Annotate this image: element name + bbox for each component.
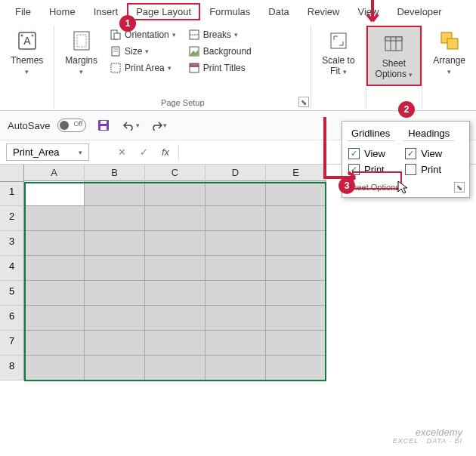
- svg-rect-16: [190, 63, 199, 66]
- print-titles-button[interactable]: Print Titles: [185, 60, 255, 75]
- cell[interactable]: [206, 356, 266, 381]
- sheet-options-launcher[interactable]: ⬊: [454, 182, 465, 193]
- cell[interactable]: [206, 206, 266, 231]
- group-scale-to-fit: Scale toFit ▾: [311, 26, 366, 109]
- cell[interactable]: [266, 256, 326, 281]
- tab-data[interactable]: Data: [259, 3, 298, 20]
- cell[interactable]: [206, 331, 266, 356]
- headings-print-checkbox[interactable]: Print: [403, 162, 454, 177]
- cell[interactable]: [85, 181, 145, 206]
- margins-button[interactable]: Margins▾: [59, 26, 104, 96]
- size-button[interactable]: Size ▾: [107, 44, 179, 59]
- tab-file[interactable]: File: [6, 3, 40, 20]
- select-all-corner[interactable]: [0, 165, 24, 182]
- arrange-button[interactable]: Arrange▾: [427, 26, 471, 105]
- print-area-icon: [110, 62, 122, 74]
- row-header[interactable]: 7: [0, 331, 24, 356]
- cell[interactable]: [85, 231, 145, 256]
- row-header[interactable]: 1: [0, 181, 24, 206]
- breaks-button[interactable]: Breaks ▾: [185, 27, 255, 42]
- cell[interactable]: [266, 206, 326, 231]
- cell[interactable]: [266, 356, 326, 381]
- cell[interactable]: [85, 281, 145, 306]
- background-button[interactable]: Background: [185, 44, 255, 59]
- cell[interactable]: [206, 306, 266, 331]
- cell[interactable]: [266, 331, 326, 356]
- cell[interactable]: [266, 281, 326, 306]
- cell[interactable]: [24, 281, 85, 306]
- tab-review[interactable]: Review: [298, 3, 349, 20]
- headings-view-checkbox[interactable]: View: [403, 146, 454, 162]
- formula-enter-button[interactable]: ✓: [135, 145, 153, 159]
- cell[interactable]: [206, 231, 266, 256]
- cell[interactable]: [85, 356, 145, 381]
- row-header[interactable]: 5: [0, 281, 24, 306]
- col-header[interactable]: D: [206, 165, 266, 181]
- row-header[interactable]: 2: [0, 206, 24, 231]
- gridlines-view-checkbox[interactable]: View: [347, 146, 394, 162]
- cell[interactable]: [85, 306, 145, 331]
- cell[interactable]: [24, 306, 85, 331]
- themes-button[interactable]: A Themes▾: [5, 26, 49, 105]
- arrange-icon: [437, 29, 462, 53]
- grid-row: 2: [0, 206, 476, 231]
- grid-row: 8: [0, 356, 476, 381]
- sheet-options-button[interactable]: SheetOptions ▾: [369, 29, 419, 83]
- cell[interactable]: [145, 231, 206, 256]
- col-header[interactable]: B: [85, 165, 145, 181]
- ribbon-content: A Themes▾ Margins▾ Orientation ▾ Size ▾ …: [0, 22, 476, 111]
- scale-to-fit-button[interactable]: Scale toFit ▾: [316, 26, 360, 105]
- margins-icon: [70, 29, 94, 53]
- row-header[interactable]: 4: [0, 256, 24, 281]
- undo-button[interactable]: ▾: [121, 116, 141, 135]
- redo-button[interactable]: ▾: [148, 116, 168, 135]
- col-header[interactable]: E: [266, 165, 326, 181]
- save-button[interactable]: [94, 116, 113, 135]
- cell[interactable]: [206, 256, 266, 281]
- page-setup-launcher[interactable]: ⬊: [298, 97, 309, 107]
- cell[interactable]: [24, 256, 85, 281]
- tab-home[interactable]: Home: [40, 3, 85, 20]
- orientation-button[interactable]: Orientation ▾: [107, 27, 179, 42]
- tab-page-layout[interactable]: Page Layout: [127, 3, 200, 20]
- checkbox-icon: [405, 164, 416, 175]
- name-box[interactable]: Print_Area▾: [6, 143, 89, 161]
- row-header[interactable]: 6: [0, 306, 24, 331]
- cell[interactable]: [24, 231, 85, 256]
- fx-button[interactable]: fx: [157, 145, 174, 159]
- cell[interactable]: [145, 206, 206, 231]
- col-header[interactable]: A: [24, 165, 85, 181]
- cell[interactable]: [85, 256, 145, 281]
- tab-developer[interactable]: Developer: [388, 3, 450, 20]
- checkbox-icon: [348, 148, 360, 159]
- cell[interactable]: [145, 331, 206, 356]
- cell[interactable]: [24, 206, 85, 231]
- tab-view[interactable]: View: [348, 3, 388, 20]
- cell[interactable]: [145, 281, 206, 306]
- cell[interactable]: [206, 181, 266, 206]
- cell[interactable]: [85, 331, 145, 356]
- cell[interactable]: [266, 181, 326, 206]
- row-header[interactable]: 3: [0, 231, 24, 256]
- cell[interactable]: [24, 331, 85, 356]
- grid-row: 3: [0, 231, 476, 256]
- cell[interactable]: [145, 181, 206, 206]
- cell[interactable]: [266, 306, 326, 331]
- cell[interactable]: [85, 206, 145, 231]
- cell[interactable]: [24, 181, 85, 206]
- grid-row: 5: [0, 281, 476, 306]
- row-header[interactable]: 8: [0, 356, 24, 381]
- svg-rect-7: [114, 33, 120, 39]
- cell[interactable]: [266, 231, 326, 256]
- autosave-toggle[interactable]: Off: [57, 119, 86, 132]
- col-header[interactable]: C: [145, 165, 206, 181]
- cell[interactable]: [145, 306, 206, 331]
- cell[interactable]: [145, 256, 206, 281]
- tab-formulas[interactable]: Formulas: [200, 3, 259, 20]
- formula-cancel-button[interactable]: ✕: [113, 145, 131, 159]
- cell[interactable]: [145, 356, 206, 381]
- gridlines-print-checkbox[interactable]: Print: [347, 162, 394, 177]
- cell[interactable]: [206, 281, 266, 306]
- cell[interactable]: [24, 356, 85, 381]
- print-area-button[interactable]: Print Area ▾: [107, 60, 179, 75]
